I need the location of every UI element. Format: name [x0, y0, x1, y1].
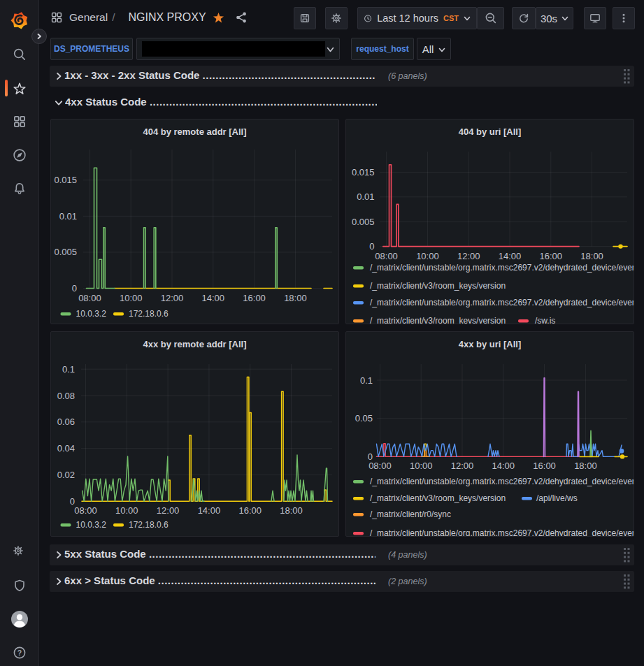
svg-text:0.01: 0.01 [59, 211, 77, 222]
svg-text:16:00: 16:00 [238, 505, 262, 516]
svg-text:16:00: 16:00 [243, 293, 266, 303]
svg-text:08:00: 08:00 [78, 293, 101, 303]
svg-text:/_matrix/client/v3/room_keys/v: /_matrix/client/v3/room_keys/version [370, 281, 506, 291]
svg-text:0.08: 0.08 [57, 391, 75, 401]
svg-text:/_matrix/client/unstable/org.m: /_matrix/client/unstable/org.matrix.msc2… [370, 477, 634, 486]
svg-text:12:00: 12:00 [451, 461, 474, 471]
svg-text:/sw.js: /sw.js [535, 316, 555, 324]
svg-text:10:00: 10:00 [410, 461, 433, 471]
svg-text:0.05: 0.05 [355, 413, 373, 424]
svg-text:?: ? [17, 649, 22, 657]
svg-text:10.0.3.2: 10.0.3.2 [76, 309, 107, 319]
svg-text:/_matrix/client/v3/room_keys/v: /_matrix/client/v3/room_keys/version [370, 316, 506, 324]
svg-text:14:00: 14:00 [198, 505, 221, 516]
svg-text:12:00: 12:00 [161, 293, 184, 303]
svg-text:/api/live/ws: /api/live/ws [536, 493, 578, 503]
svg-text:0.005: 0.005 [54, 247, 77, 257]
svg-text:10:00: 10:00 [120, 293, 143, 303]
svg-text:0: 0 [369, 241, 374, 252]
svg-text:08:00: 08:00 [368, 461, 392, 471]
svg-text:14:00: 14:00 [202, 293, 225, 303]
svg-text:172.18.0.6: 172.18.0.6 [129, 309, 169, 319]
svg-text:14:00: 14:00 [499, 251, 522, 261]
svg-text:08:00: 08:00 [375, 251, 398, 261]
svg-text:12:00: 12:00 [457, 251, 480, 261]
svg-text:18:00: 18:00 [284, 293, 307, 303]
svg-text:12:00: 12:00 [157, 505, 180, 516]
svg-text:10:00: 10:00 [115, 505, 138, 516]
svg-text:0.015: 0.015 [352, 167, 375, 178]
svg-text:0.02: 0.02 [57, 470, 75, 480]
svg-text:0.1: 0.1 [62, 364, 75, 375]
svg-text:0.04: 0.04 [57, 443, 75, 454]
svg-text:10:00: 10:00 [416, 251, 439, 261]
svg-text:18:00: 18:00 [580, 251, 603, 261]
svg-text:/_matrix/client/r0/sync: /_matrix/client/r0/sync [370, 509, 451, 519]
svg-text:10.0.3.2: 10.0.3.2 [76, 520, 107, 530]
svg-text:18:00: 18:00 [574, 461, 597, 471]
svg-text:0.01: 0.01 [357, 191, 374, 202]
svg-text:/_matrix/client/unstable/org.m: /_matrix/client/unstable/org.matrix.msc2… [370, 298, 634, 307]
svg-text:0: 0 [72, 283, 77, 294]
svg-text:172.18.0.6: 172.18.0.6 [129, 520, 169, 530]
svg-text:/_matrix/client/unstable/org.m: /_matrix/client/unstable/org.matrix.msc2… [370, 263, 634, 273]
svg-text:0.015: 0.015 [54, 175, 77, 185]
svg-text:16:00: 16:00 [540, 251, 563, 261]
svg-text:/_matrix/client/unstable/org.m: /_matrix/client/unstable/org.matrix.msc2… [370, 528, 634, 536]
svg-text:16:00: 16:00 [533, 461, 556, 471]
svg-text:14:00: 14:00 [492, 461, 515, 471]
svg-text:18:00: 18:00 [280, 505, 303, 516]
svg-text:08:00: 08:00 [74, 505, 97, 516]
svg-text:0.005: 0.005 [352, 217, 375, 227]
svg-text:/_matrix/client/v3/room_keys/v: /_matrix/client/v3/room_keys/version [370, 493, 506, 503]
svg-text:0.1: 0.1 [360, 375, 373, 386]
svg-text:0.06: 0.06 [57, 417, 75, 427]
